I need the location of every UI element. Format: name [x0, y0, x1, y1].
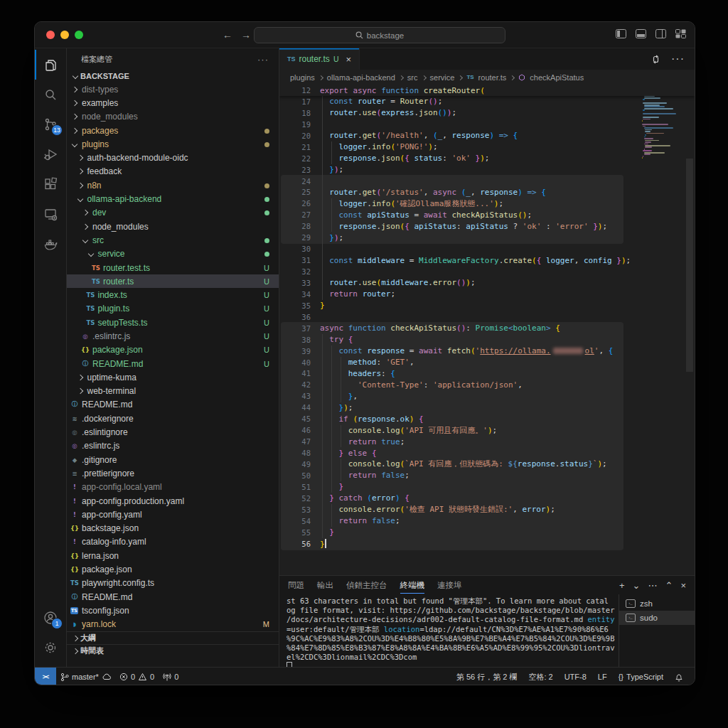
eol-item[interactable]: LF — [592, 668, 613, 685]
tree-file-lerna.json[interactable]: {}lerna.json — [67, 549, 279, 562]
code-line-30[interactable]: 30 — [279, 243, 695, 255]
remote-indicator[interactable]: >< — [35, 668, 56, 685]
tree-folder-examples[interactable]: examples — [67, 96, 279, 109]
tree-file-README.md[interactable]: ⓘREADME.md — [67, 590, 279, 604]
code-line-47[interactable]: 47 return true; — [279, 436, 695, 447]
tree-folder-auth-backend-module-oidc[interactable]: auth-backend-module-oidc — [67, 151, 279, 164]
tree-file-.eslintrc.js[interactable]: ◎.eslintrc.js — [67, 439, 279, 453]
breadcrumb-src[interactable]: src — [407, 73, 418, 82]
code-line-36[interactable]: 36 — [279, 311, 695, 323]
tree-folder-n8n[interactable]: n8n — [67, 178, 279, 192]
code-line-54[interactable]: 54 return false; — [279, 515, 695, 527]
tree-file-.prettierignore[interactable]: ≡.prettierignore — [67, 466, 279, 480]
minimap[interactable] — [642, 87, 683, 159]
close-window-button[interactable] — [46, 31, 55, 39]
minimize-window-button[interactable] — [60, 31, 69, 39]
terminal-instance-zsh[interactable]: ›_zsh — [619, 596, 695, 611]
tree-file-setupTests.ts[interactable]: TSsetupTests.tsU — [67, 316, 279, 329]
code-line-55[interactable]: 55 } — [279, 527, 695, 538]
toggle-panel-icon[interactable] — [636, 29, 646, 38]
code-line-37[interactable]: 37async function checkApiStatus(): Promi… — [279, 323, 695, 334]
tree-folder-src[interactable]: src — [67, 233, 279, 247]
language-mode-item[interactable]: {} TypeScript — [613, 668, 669, 685]
customize-layout-icon[interactable] — [675, 29, 686, 38]
code-line-42[interactable]: 42 'Content-Type': 'application/json', — [279, 379, 695, 390]
breadcrumb-router.ts[interactable]: router.ts — [478, 73, 507, 82]
tree-file-.dockerignore[interactable]: ≋.dockerignore — [67, 412, 279, 425]
tree-folder-feedback[interactable]: feedback — [67, 165, 279, 178]
code-line-22[interactable]: 22 response.json({ status: 'ok' }); — [279, 153, 695, 164]
problems-item[interactable]: 0 0 — [115, 668, 159, 685]
code-line-35[interactable]: 35} — [279, 300, 695, 311]
code-line-45[interactable]: 45 if (response.ok) { — [279, 413, 695, 424]
git-branch-item[interactable]: master* — [56, 668, 115, 685]
code-line-43[interactable]: 43 }, — [279, 390, 695, 402]
code-line-25[interactable]: 25 router.get('/status', async (_, respo… — [279, 187, 695, 198]
breadcrumb-ollama-api-backend[interactable]: ollama-api-backend — [327, 73, 395, 82]
docker-icon[interactable] — [35, 229, 66, 259]
zoom-window-button[interactable] — [75, 31, 83, 39]
toggle-secondary-sidebar-icon[interactable] — [655, 29, 666, 38]
tree-file-README.md[interactable]: ⓘREADME.mdU — [67, 357, 279, 370]
code-line-32[interactable]: 32 — [279, 266, 695, 277]
code-line-39[interactable]: 39 const response = await fetch('https:/… — [279, 346, 695, 357]
indentation-item[interactable]: 空格: 2 — [523, 668, 558, 685]
sticky-scroll-line[interactable]: 12export async function createRouter( — [279, 85, 695, 96]
terminal-output[interactable]: st 63 characters in total but found "管理本… — [279, 594, 619, 667]
code-line-20[interactable]: 20 router.get('/health', (_, response) =… — [279, 130, 695, 141]
tree-file-.eslintignore[interactable]: ◎.eslintignore — [67, 425, 279, 439]
code-line-34[interactable]: 34 return router; — [279, 289, 695, 300]
code-line-31[interactable]: 31 const middleware = MiddlewareFactory.… — [279, 255, 695, 266]
panel-tab-偵錯主控台[interactable]: 偵錯主控台 — [346, 577, 387, 593]
command-center-search[interactable]: backstage — [254, 27, 505, 43]
outline-section[interactable]: 大綱 — [67, 631, 279, 644]
code-line-21[interactable]: 21 logger.info('PONG!'); — [279, 141, 695, 153]
panel-tab-輸出[interactable]: 輸出 — [317, 577, 333, 593]
open-changes-icon[interactable] — [651, 54, 661, 65]
tree-folder-node_modules[interactable]: node_modules — [67, 220, 279, 233]
tree-file-yarn.lock[interactable]: ◗yarn.lockM — [67, 618, 279, 631]
code-line-49[interactable]: 49 console.log(`API 有回應，但狀態碼為: ${respons… — [279, 459, 695, 470]
code-line-44[interactable]: 44 }); — [279, 402, 695, 413]
code-line-40[interactable]: 40 method: 'GET', — [279, 357, 695, 368]
code-line-23[interactable]: 23 }); — [279, 164, 695, 176]
code-line-48[interactable]: 48 } else { — [279, 447, 695, 459]
tree-file-README.md[interactable]: ⓘREADME.md — [67, 398, 279, 412]
tree-root-backstage[interactable]: BACKSTAGE — [67, 70, 279, 82]
source-control-icon[interactable]: 13 — [35, 109, 66, 139]
toggle-sidebar-icon[interactable] — [616, 29, 626, 38]
encoding-item[interactable]: UTF-8 — [559, 668, 592, 685]
notifications-bell-icon[interactable] — [669, 668, 689, 685]
panel-tab-連接埠[interactable]: 連接埠 — [437, 577, 462, 593]
code-line-29[interactable]: 29 }); — [279, 232, 695, 243]
code-line-24[interactable]: 24 — [279, 176, 695, 187]
code-line-52[interactable]: 52 } catch (error) { — [279, 493, 695, 504]
tree-file-app-config.local.yaml[interactable]: !app-config.local.yaml — [67, 481, 279, 494]
terminal-instance-sudo[interactable]: ›_sudo — [619, 611, 695, 625]
panel-more-actions-icon[interactable]: ⋯ — [648, 580, 658, 591]
code-line-18[interactable]: 18 router.use(express.json()); — [279, 107, 695, 119]
tree-file-router.test.ts[interactable]: TSrouter.test.tsU — [67, 261, 279, 274]
explorer-icon[interactable] — [35, 50, 66, 80]
code-line-28[interactable]: 28 response.json({ apiStatus: apiStatus … — [279, 220, 695, 232]
tree-file-tsconfig.json[interactable]: TStsconfig.json — [67, 604, 279, 617]
tree-folder-packages[interactable]: packages — [67, 124, 279, 137]
tree-folder-service[interactable]: service — [67, 247, 279, 261]
tree-file-package.json[interactable]: {}package.json — [67, 562, 279, 576]
run-debug-icon[interactable] — [35, 139, 66, 169]
code-line-27[interactable]: 27 const apiStatus = await checkApiStatu… — [279, 209, 695, 220]
nav-forward-icon[interactable]: → — [241, 28, 251, 41]
sidebar-more-actions-icon[interactable]: ··· — [257, 54, 269, 65]
maximize-panel-icon[interactable]: ⌃ — [665, 580, 673, 591]
code-line-46[interactable]: 46 console.log('API 可用且有回應。'); — [279, 424, 695, 436]
code-editor[interactable]: 17 const router = Router();18 router.use… — [279, 85, 695, 575]
tab-router-ts[interactable]: TS router.ts U × — [279, 48, 360, 70]
close-panel-icon[interactable]: × — [680, 580, 686, 591]
code-line-26[interactable]: 26 logger.info('確認Ollama服務狀態...'); — [279, 198, 695, 209]
remote-explorer-icon[interactable] — [35, 199, 66, 229]
close-tab-icon[interactable]: × — [346, 54, 351, 65]
new-terminal-icon[interactable]: + — [619, 580, 625, 591]
panel-tab-終端機[interactable]: 終端機 — [400, 577, 425, 594]
cursor-position-item[interactable]: 第 56 行，第 2 欄 — [451, 668, 523, 685]
code-line-17[interactable]: 17 const router = Router(); — [279, 96, 695, 107]
